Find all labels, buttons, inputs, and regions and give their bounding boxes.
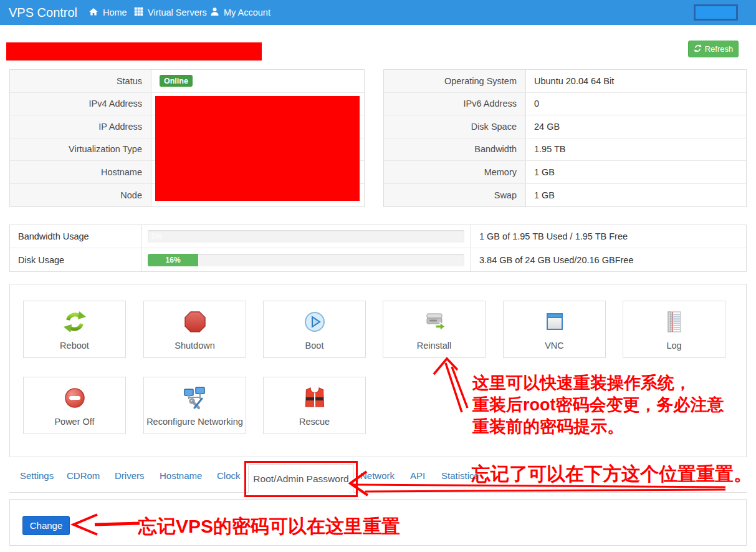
user-icon bbox=[210, 7, 219, 18]
refresh-label: Refresh bbox=[705, 44, 734, 54]
table-row: Memory 1 GB bbox=[384, 161, 746, 184]
progress-label: 0% bbox=[151, 230, 162, 243]
table-row: Swap 1 GB bbox=[384, 184, 746, 207]
row-label: Disk Space bbox=[384, 115, 526, 138]
reinstall-annotation-arrow bbox=[430, 353, 480, 419]
vnc-button[interactable]: VNC bbox=[503, 301, 606, 358]
change-note: 忘记VPS的密码可以在这里重置 bbox=[138, 514, 400, 540]
table-row: IPv6 Address 0 bbox=[384, 93, 746, 116]
reconfigure-networking-button[interactable]: Reconfigure Networking bbox=[143, 377, 246, 434]
tab-annotation-arrow bbox=[344, 468, 734, 499]
disk-progress-bar: 16% bbox=[148, 254, 464, 266]
reinstall-button[interactable]: Reinstall bbox=[383, 301, 486, 358]
row-label: Bandwidth Usage bbox=[10, 225, 141, 248]
change-button[interactable]: Change bbox=[22, 516, 70, 535]
usage-text: 3.84 GB of 24 GB Used/20.16 GBFree bbox=[471, 248, 746, 271]
rescue-button[interactable]: Rescue bbox=[263, 377, 366, 434]
row-value: 24 GB bbox=[526, 115, 746, 138]
reconfigure-networking-icon bbox=[183, 385, 208, 413]
action-label: Power Off bbox=[54, 417, 94, 427]
tab-settings[interactable]: Settings bbox=[20, 470, 54, 481]
nav-item-label: Home bbox=[103, 7, 127, 17]
disk-usage-row: Disk Usage 16% 3.84 GB of 24 GB Used/20.… bbox=[10, 248, 746, 271]
nav-item-my-account[interactable]: My Account bbox=[210, 0, 270, 25]
bandwidth-progress-bar: 0% bbox=[148, 230, 464, 243]
action-label: Reconfigure Networking bbox=[146, 417, 243, 427]
vps-control-page: VPS Control Home Virtual Servers bbox=[0, 0, 756, 552]
refresh-button[interactable]: Refresh bbox=[688, 41, 739, 57]
action-label: Log bbox=[666, 341, 681, 351]
nav-item-home[interactable]: Home bbox=[89, 0, 127, 25]
vnc-icon bbox=[542, 309, 567, 337]
row-label: IPv4 Address bbox=[10, 93, 151, 115]
change-annotation-arrow bbox=[69, 511, 143, 540]
table-row: Status Online bbox=[10, 70, 364, 93]
row-label: Disk Usage bbox=[10, 248, 141, 271]
log-button[interactable]: Log bbox=[623, 301, 725, 358]
tab-drivers[interactable]: Drivers bbox=[115, 470, 145, 481]
header-redacted-box bbox=[694, 4, 738, 21]
row-label: Swap bbox=[384, 184, 526, 207]
log-icon bbox=[662, 309, 687, 337]
nav-item-label: Virtual Servers bbox=[148, 7, 207, 17]
progress-fill: 16% bbox=[148, 254, 198, 266]
row-label: Virtualization Type bbox=[10, 138, 151, 161]
boot-button[interactable]: Boot bbox=[263, 301, 366, 358]
reboot-icon bbox=[62, 309, 87, 337]
tab-annotation-box bbox=[244, 461, 358, 497]
shutdown-button[interactable]: Shutdown bbox=[143, 301, 246, 358]
row-value: Ubuntu 20.04 64 Bit bbox=[526, 70, 746, 92]
power-off-button[interactable]: Power Off bbox=[23, 377, 126, 434]
reboot-button[interactable]: Reboot bbox=[23, 301, 126, 358]
tab-clock[interactable]: Clock bbox=[217, 470, 241, 481]
usage-text: 1 GB of 1.95 TB Used / 1.95 TB Free bbox=[471, 225, 746, 248]
top-navbar: VPS Control Home Virtual Servers bbox=[0, 0, 756, 25]
action-label: Boot bbox=[305, 341, 324, 351]
bandwidth-usage-row: Bandwidth Usage 0% 1 GB of 1.95 TB Used … bbox=[10, 225, 746, 248]
action-label: Shutdown bbox=[175, 341, 215, 351]
table-row: Bandwidth 1.95 TB bbox=[384, 138, 746, 162]
boot-icon bbox=[302, 309, 327, 337]
row-label: Bandwidth bbox=[384, 138, 526, 161]
row-label: IPv6 Address bbox=[384, 93, 526, 115]
refresh-icon bbox=[694, 44, 702, 54]
action-label: Reinstall bbox=[417, 341, 452, 351]
tab-cdrom[interactable]: CDRom bbox=[67, 470, 100, 481]
nav-item-label: My Account bbox=[224, 7, 270, 17]
row-label: Status bbox=[10, 70, 151, 92]
table-row: Disk Space 24 GB bbox=[384, 115, 746, 138]
row-value: 1.95 TB bbox=[526, 138, 746, 161]
redacted-server-values bbox=[155, 96, 360, 201]
table-row: Operating System Ubuntu 20.04 64 Bit bbox=[384, 70, 746, 93]
status-badge: Online bbox=[160, 75, 193, 87]
tab-hostname[interactable]: Hostname bbox=[160, 470, 202, 481]
brand-title[interactable]: VPS Control bbox=[9, 0, 77, 25]
reinstall-note: 这里可以快速重装操作系统， 重装后root密码会变更，务必注意 重装前的密码提示… bbox=[472, 372, 724, 438]
power-off-icon bbox=[62, 385, 87, 413]
action-label: VNC bbox=[545, 341, 564, 351]
action-label: Reboot bbox=[60, 341, 89, 351]
row-label: IP Address bbox=[10, 115, 151, 138]
row-label: Memory bbox=[384, 161, 526, 183]
usage-table: Bandwidth Usage 0% 1 GB of 1.95 TB Used … bbox=[9, 225, 747, 272]
grid-icon bbox=[134, 7, 143, 18]
row-value: 0 bbox=[526, 93, 746, 115]
home-icon bbox=[89, 7, 98, 19]
redacted-page-title bbox=[6, 42, 262, 61]
row-label: Hostname bbox=[10, 161, 151, 183]
action-label: Rescue bbox=[299, 417, 330, 427]
row-value: 1 GB bbox=[526, 184, 746, 207]
rescue-icon bbox=[302, 385, 327, 413]
row-label: Operating System bbox=[384, 70, 526, 92]
row-value: 1 GB bbox=[526, 161, 746, 183]
row-label: Node bbox=[10, 184, 151, 207]
nav-item-virtual-servers[interactable]: Virtual Servers bbox=[134, 0, 207, 25]
server-info-table-right: Operating System Ubuntu 20.04 64 Bit IPv… bbox=[383, 69, 747, 207]
shutdown-icon bbox=[183, 309, 208, 337]
reinstall-icon bbox=[422, 309, 447, 337]
